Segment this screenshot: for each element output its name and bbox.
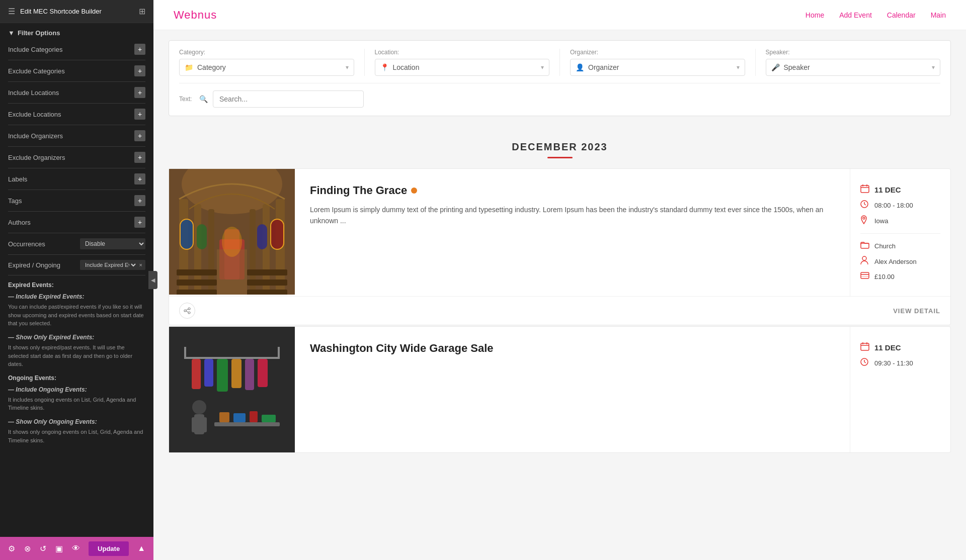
nav-links: Home Add Event Calendar Main [806,11,946,19]
svg-rect-57 [219,412,229,422]
filter-options-label: Filter Options [18,29,60,37]
filter-label-include-organizers: Include Organizers [8,132,63,140]
layers-icon[interactable]: ⊗ [24,544,31,553]
event-title-1: Washington City Wide Garage Sale [310,342,835,355]
event-desc-0: Lorem Ipsum is simply dummy text of the … [310,204,835,227]
svg-rect-54 [192,417,198,432]
filter-col-category: Category: 📁 Category ▾ [179,49,365,76]
expired-clear-button[interactable]: × [139,262,142,268]
sidebar-header-left: ☰ Edit MEC Shortcode Builder [8,7,102,16]
svg-rect-42 [169,327,295,452]
nav-link-add-event[interactable]: Add Event [839,11,872,19]
location-select-text: Location [393,63,537,71]
filter-label-exclude-locations: Exclude Locations [8,111,61,118]
show-ongoing-subtitle: — Show Only Ongoing Events: [8,417,145,427]
filter-col-speaker: Speaker: 🎤 Speaker ▾ [766,49,941,76]
month-header: DECEMBER 2023 [169,126,951,168]
svg-rect-16 [177,269,217,275]
event-dot-0 [411,188,417,194]
gear-icon[interactable]: ⚙ [8,544,15,553]
speaker-label: Speaker: [766,49,941,56]
speaker-select[interactable]: 🎤 Speaker ▾ [766,59,941,76]
main-content: Webnus Home Add Event Calendar Main Cate… [153,0,966,560]
svg-rect-10 [197,224,207,249]
nav-link-calendar[interactable]: Calendar [887,11,916,19]
filter-options-toggle[interactable]: ▼ Filter Options [8,29,145,37]
add-include-organizers-button[interactable]: + [134,130,145,141]
svg-line-40 [186,309,188,310]
filter-label-labels: Labels [8,175,27,183]
share-button-0[interactable] [179,303,195,319]
add-exclude-categories-button[interactable]: + [134,65,145,76]
svg-rect-45 [278,347,280,359]
grid-icon[interactable]: ⊞ [139,7,145,16]
hamburger-icon[interactable]: ☰ [8,7,15,16]
event-title-text-1: Washington City Wide Garage Sale [310,342,494,355]
meta-price-row-0: £10.00 [860,272,940,281]
meta-date-row-1: 11 DEC [860,342,940,353]
filter-row-exclude-categories: Exclude Categories + [8,65,145,76]
add-authors-button[interactable]: + [134,217,145,228]
show-ongoing-subsection: — Show Only Ongoing Events: It shows onl… [8,417,145,444]
clock-icon-0 [860,200,869,210]
organizer-icon-0 [860,256,869,267]
svg-point-39 [188,312,190,314]
filter-label-authors: Authors [8,219,31,226]
add-include-categories-button[interactable]: + [134,44,145,55]
location-select[interactable]: 📍 Location ▾ [375,59,550,76]
filter-row-occurrences: Occurrences Disable Enable [8,238,145,249]
event-title-0: Finding The Grace [310,184,835,197]
collapse-arrow-icon[interactable]: ▲ [137,544,145,553]
brand-logo: Webnus [174,9,217,22]
svg-point-52 [192,400,206,414]
meta-time-text-1: 09:30 - 11:30 [874,359,913,367]
meta-organizer-text-0: Alex Anderson [874,258,917,265]
add-include-locations-button[interactable]: + [134,87,145,98]
meta-time-text-0: 08:00 - 18:00 [874,202,913,209]
screen-icon[interactable]: ▣ [55,544,63,553]
filter-row-include-categories: Include Categories + [8,44,145,55]
add-tags-button[interactable]: + [134,195,145,206]
history-icon[interactable]: ↺ [40,544,46,553]
update-button[interactable]: Update [89,541,129,556]
search-small-icon: 🔍 [199,95,208,103]
nav-link-main[interactable]: Main [931,11,946,19]
add-labels-button[interactable]: + [134,173,145,184]
svg-rect-51 [258,359,268,387]
svg-point-23 [222,227,242,257]
filter-label-tags: Tags [8,197,22,205]
nav-link-home[interactable]: Home [806,11,824,19]
category-select[interactable]: 📁 Category ▾ [179,59,354,76]
sidebar-footer: ⚙ ⊗ ↺ ▣ 👁 Update ▲ [0,537,153,560]
organizer-select[interactable]: 👤 Organizer ▾ [570,59,745,76]
event-title-text-0: Finding The Grace [310,184,407,197]
filter-label-exclude-categories: Exclude Categories [8,67,65,75]
add-exclude-locations-button[interactable]: + [134,109,145,120]
svg-rect-58 [233,413,246,422]
speaker-select-text: Speaker [784,63,928,71]
show-expired-text: It shows only expired/past events. It wi… [8,343,145,368]
add-exclude-organizers-button[interactable]: + [134,152,145,163]
event-meta-0: 11 DEC 08:00 - 18:00 [850,169,950,296]
filter-row-include-locations: Include Locations + [8,87,145,98]
sidebar-hide-handle[interactable]: ◀ [148,271,157,289]
meta-date-text-0: 11 DEC [874,185,901,194]
view-detail-button-0[interactable]: VIEW DETAIL [893,307,940,315]
show-expired-subtitle: — Show Only Expired Events: [8,333,145,342]
search-input[interactable] [213,90,364,108]
organizer-select-text: Organizer [588,63,733,71]
event-card-inner-0: Finding The Grace Lorem Ipsum is simply … [169,169,950,296]
svg-rect-49 [231,359,242,388]
expired-select-wrapper: Include Expired Eve... Show Only Expired… [80,260,145,270]
filter-row-tags: Tags + [8,195,145,206]
filter-row-exclude-locations: Exclude Locations + [8,109,145,120]
calendar-icon-1 [860,342,869,353]
expired-events-title: Expired Events: [8,281,145,290]
expired-select[interactable]: Include Expired Eve... Show Only Expired [83,261,137,268]
svg-rect-20 [247,279,287,286]
filter-label-occurrences: Occurrences [8,240,45,248]
eye-icon[interactable]: 👁 [72,544,80,553]
toggle-arrow-icon: ▼ [8,29,15,37]
occurrences-select[interactable]: Disable Enable [80,238,145,249]
clock-icon-1 [860,358,869,368]
